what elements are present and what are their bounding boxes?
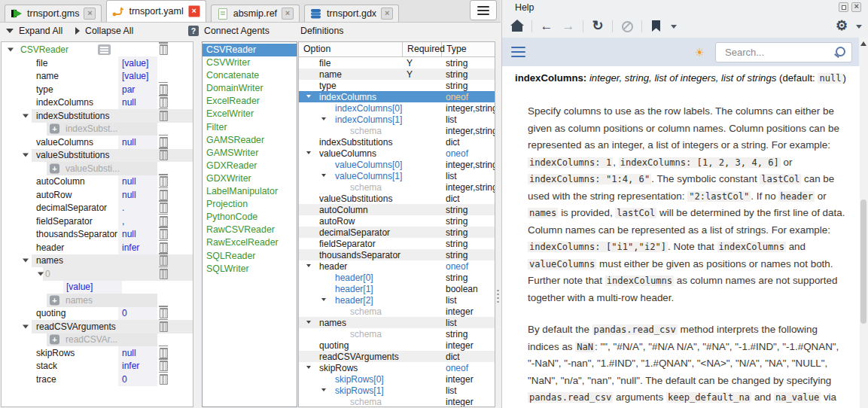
tab-trnsport-yaml[interactable]: trnsport.yaml× (106, 0, 206, 22)
definition-row-thousandsseparator[interactable]: thousandsSeparatorstring (299, 249, 495, 260)
definition-row-indexcolumns[interactable]: indexColumnsoneof (299, 91, 495, 102)
edit-as-text-icon[interactable] (98, 44, 111, 55)
definition-row-fieldseparator[interactable]: fieldSeparatorstring (299, 238, 495, 249)
agent-item-gamsreader[interactable]: GAMSReader (203, 134, 297, 147)
expander-icon[interactable] (23, 114, 29, 117)
tree-row-valuesubsti-[interactable]: +valueSubsti... (2, 162, 193, 175)
help-question-icon[interactable]: ? (188, 26, 199, 36)
delete-icon[interactable] (160, 242, 168, 253)
agent-item-rawcsvreader[interactable]: RawCSVReader (203, 224, 297, 236)
back-icon[interactable] (539, 19, 554, 34)
definition-row-skiprows[interactable]: skipRowsoneof (299, 362, 495, 373)
agent-item-labelmanipulator[interactable]: LabelManipulator (203, 185, 297, 198)
tree-row-autocolumn[interactable]: autoColumnnull (2, 175, 193, 189)
option-value[interactable]: [value] (122, 71, 148, 81)
close-panel-icon[interactable] (851, 2, 861, 12)
definition-row-type[interactable]: typestring (299, 80, 495, 91)
close-tab-icon[interactable]: × (188, 5, 200, 17)
delete-icon[interactable] (160, 229, 168, 239)
tab-absmip-ref[interactable]: absmip.ref× (211, 5, 300, 22)
gear-dropdown-icon[interactable] (856, 25, 862, 29)
expander-icon[interactable] (321, 117, 326, 120)
tree-row-autorow[interactable]: autoRownull (2, 188, 193, 202)
definition-row-header-2-[interactable]: header[2]list (299, 294, 495, 306)
definition-row-header-0-[interactable]: header[0]string (299, 272, 495, 283)
add-item-icon[interactable]: + (50, 335, 59, 345)
forward-icon[interactable] (561, 19, 576, 34)
definition-row-schema[interactable]: schemainteger (299, 396, 495, 407)
agent-item-excelreader[interactable]: ExcelReader (203, 95, 297, 108)
agent-item-projection[interactable]: Projection (203, 198, 297, 211)
expander-icon[interactable] (23, 154, 29, 157)
agent-item-gamswriter[interactable]: GAMSWriter (203, 147, 297, 160)
definition-row-schema[interactable]: schemainteger,string (299, 181, 495, 193)
delete-icon[interactable] (160, 97, 168, 108)
option-value[interactable]: infer (122, 242, 139, 253)
definition-row-skiprows-1-[interactable]: skipRows[1]list (299, 385, 495, 396)
agent-item-gdxwriter[interactable]: GDXWriter (203, 172, 297, 185)
delete-icon[interactable] (160, 202, 168, 213)
agent-item-rawexcelreader[interactable]: RawExcelReader (203, 236, 297, 249)
definition-row-valuecolumns-0-[interactable]: valueColumns[0]integer,string (299, 159, 495, 170)
expander-icon[interactable] (23, 259, 29, 263)
expander-icon[interactable] (306, 95, 311, 98)
column-header-required[interactable]: Required (403, 42, 442, 56)
close-tab-icon[interactable]: × (381, 8, 393, 20)
definition-row-decimalseparator[interactable]: decimalSeparatorstring (299, 227, 495, 238)
add-item-icon[interactable]: + (50, 124, 59, 134)
option-value[interactable]: null (122, 176, 136, 187)
delete-icon[interactable] (160, 84, 168, 95)
option-value[interactable]: infer (122, 361, 139, 371)
close-tab-icon[interactable]: × (84, 8, 96, 20)
tree-row-indexcolumns[interactable]: indexColumnsnull (2, 96, 193, 110)
definition-row-schema[interactable]: schemastring (299, 328, 495, 339)
tree-row-csvreader[interactable]: CSVReader (2, 43, 193, 56)
tree-row-name[interactable]: name[value] (2, 70, 193, 84)
option-value[interactable]: null (122, 229, 136, 239)
delete-icon[interactable] (160, 255, 168, 266)
list-item-value[interactable]: [value] (66, 282, 93, 292)
definition-row-header-1-[interactable]: header[1]boolean (299, 283, 495, 294)
definition-row-quoting[interactable]: quotinginteger (299, 339, 495, 351)
agent-item-pythoncode[interactable]: PythonCode (203, 211, 297, 224)
tree-row-indexsubst-[interactable]: +indexSubst... (2, 123, 193, 136)
add-item-icon[interactable]: + (50, 295, 59, 305)
scrollbar-thumb[interactable] (860, 199, 866, 324)
option-value[interactable]: null (122, 190, 136, 200)
tree-row-readcsvarguments[interactable]: readCSVArguments (2, 320, 193, 333)
reload-icon[interactable] (590, 19, 605, 34)
option-value[interactable]: [value] (122, 58, 148, 69)
bookmark-dropdown-icon[interactable] (671, 25, 677, 29)
option-value[interactable]: , (122, 216, 124, 227)
definition-row-indexsubstitutions[interactable]: indexSubstitutionsdict (299, 136, 495, 148)
tree-row-header[interactable]: headerinfer (2, 241, 193, 254)
expander-icon[interactable] (321, 388, 326, 391)
delete-icon[interactable] (160, 176, 168, 187)
expander-icon[interactable] (23, 324, 29, 328)
tree-row-quoting[interactable]: quoting0 (2, 307, 193, 321)
tree-row-0[interactable]: 0 (2, 267, 193, 281)
close-tab-icon[interactable]: × (282, 8, 294, 20)
expander-icon[interactable] (306, 264, 311, 267)
search-input[interactable] (715, 42, 852, 62)
definition-row-indexcolumns-0-[interactable]: indexColumns[0]integer,string (299, 102, 495, 114)
delete-icon[interactable] (160, 137, 168, 148)
agent-item-sqlreader[interactable]: SQLReader (203, 250, 297, 263)
column-header-option[interactable]: Option (299, 42, 403, 56)
tab-trnsport-gms[interactable]: trnsport.gms× (5, 5, 102, 22)
tab-trnsport-gdx[interactable]: trnsport.gdx× (304, 5, 399, 22)
option-value[interactable]: 0 (122, 308, 127, 318)
delete-icon[interactable] (160, 150, 168, 160)
tree-row-valuecolumns[interactable]: valueColumnsnull (2, 135, 193, 149)
gear-icon[interactable] (834, 19, 849, 34)
tree-row-readcsvar-[interactable]: +readCSVAr... (2, 333, 193, 347)
tree-row-names[interactable]: names (2, 254, 193, 268)
definition-row-valuecolumns-1-[interactable]: valueColumns[1]list (299, 170, 495, 181)
definition-row-valuecolumns[interactable]: valueColumnsoneof (299, 148, 495, 159)
definition-row-indexcolumns-1-[interactable]: indexColumns[1]list (299, 114, 495, 125)
definition-row-file[interactable]: fileYstring (299, 57, 495, 69)
definition-row-readcsvarguments[interactable]: readCSVArgumentsdict (299, 351, 495, 362)
delete-icon[interactable] (160, 374, 168, 385)
option-value[interactable]: 0 (122, 374, 127, 385)
definition-row-names[interactable]: nameslist (299, 317, 495, 328)
